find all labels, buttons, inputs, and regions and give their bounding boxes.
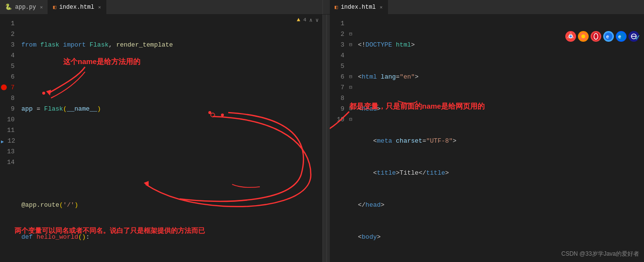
svg-point-5 [570, 35, 572, 38]
right-code-content[interactable]: <!DOCTYPE html> <html lang="en"> <head> … [356, 15, 644, 262]
ie-icon: e [603, 31, 614, 42]
chrome-icon [565, 31, 576, 42]
tab-label-right: index.html [341, 4, 376, 11]
tab-close-app-py[interactable]: ✕ [40, 4, 43, 10]
svg-text:e: e [606, 34, 609, 40]
right-line-6: </head> [358, 200, 644, 211]
code-line-5 [21, 168, 322, 179]
tab-app-py[interactable]: 🐍 app.py ✕ [0, 0, 48, 14]
code-line-2 [21, 72, 322, 82]
tab-label: app.py [15, 4, 36, 11]
code-line-7: def hello_world(): [21, 232, 322, 243]
html-file-icon-right: ◧ [335, 4, 338, 10]
left-editor-panel: 1 2 3 4 5 6 7 8 9 10 11 ▶ 12 13 [0, 15, 323, 262]
tab-close-right[interactable]: ✕ [380, 4, 383, 10]
right-line-5: <title>Title</title> [358, 168, 644, 179]
svg-text:e: e [618, 34, 621, 40]
right-editor-panel: 1 2 3 4 5 6 7 8 9 10 ⊟ ⊟ ⊟ ⊟ [330, 15, 644, 262]
tab-label-left: index.html [59, 4, 94, 11]
chevron-down-icon[interactable]: ∨ [315, 17, 319, 23]
code-line-3: app = Flask(__name__) [21, 104, 322, 115]
opera-icon [591, 31, 601, 42]
fold-gutter: ⊟ ⊟ ⊟ ⊟ ⊟ ⊟ [349, 15, 356, 262]
left-toolbar: ▲ 4 ∧ ∨ [297, 16, 319, 23]
chevron-up-icon[interactable]: ∧ [309, 17, 313, 23]
right-line-7: <body> [358, 232, 644, 243]
code-line-4 [21, 136, 322, 147]
left-code-content[interactable]: from flask import Flask, render_template… [19, 15, 322, 262]
panel-separator [323, 15, 330, 262]
svg-point-7 [581, 34, 585, 38]
browser-icons: e e [565, 31, 639, 42]
right-line-4: <meta charset="UTF-8"> [358, 136, 644, 147]
tab-close-index-html[interactable]: ✕ [98, 4, 101, 10]
warning-count: 4 [303, 17, 306, 23]
checkmark-icon: ✓ [635, 32, 640, 43]
code-line-1: from flask import Flask, render_template [21, 40, 322, 50]
python-file-icon: 🐍 [5, 3, 12, 11]
tab-index-html-left[interactable]: ◧ index.html ✕ [48, 0, 106, 14]
html-file-icon-left: ◧ [53, 4, 56, 10]
right-line-numbers: 1 2 3 4 5 6 7 8 9 10 [330, 15, 349, 262]
right-code-area[interactable]: 1 2 3 4 5 6 7 8 9 10 ⊟ ⊟ ⊟ ⊟ [330, 15, 644, 262]
firefox-icon [578, 31, 589, 42]
right-line-3: <head> [358, 104, 644, 115]
right-line-2: <html lang="en"> [358, 72, 644, 82]
warning-icon: ▲ [297, 16, 300, 23]
left-code-area[interactable]: 1 2 3 4 5 6 7 8 9 10 11 ▶ 12 13 [0, 15, 322, 262]
code-line-6: @app.route('/') [21, 200, 322, 211]
left-line-numbers: 1 2 3 4 5 6 7 8 9 10 11 ▶ 12 13 [0, 15, 19, 262]
tab-index-html-right[interactable]: ◧ index.html ✕ [330, 0, 388, 14]
csdn-watermark: CSDN @33岁学Java的爱好者 [561, 250, 639, 258]
editor-container: 1 2 3 4 5 6 7 8 9 10 11 ▶ 12 13 [0, 15, 644, 262]
tab-bar: 🐍 app.py ✕ ◧ index.html ✕ ◧ index.html ✕ [0, 0, 644, 15]
edge-icon: e [616, 31, 627, 42]
